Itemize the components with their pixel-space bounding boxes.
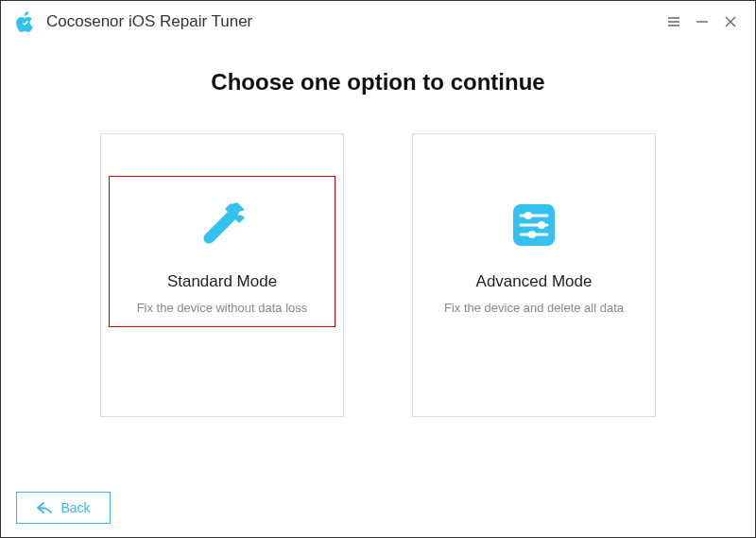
card-description: Fix the device without data loss bbox=[126, 301, 319, 315]
titlebar: Cocosenor iOS Repair Tuner bbox=[1, 1, 755, 43]
app-title: Cocosenor iOS Repair Tuner bbox=[46, 12, 252, 31]
svg-point-5 bbox=[524, 212, 532, 219]
app-window: Cocosenor iOS Repair Tuner Choose one op… bbox=[0, 0, 756, 538]
back-arrow-icon bbox=[36, 501, 53, 514]
svg-point-6 bbox=[538, 221, 545, 229]
card-title: Standard Mode bbox=[167, 272, 277, 291]
sliders-icon bbox=[504, 195, 564, 255]
content-area: Choose one option to continue bbox=[1, 43, 755, 537]
app-logo-icon bbox=[14, 10, 37, 33]
menu-icon[interactable] bbox=[662, 10, 685, 33]
svg-point-7 bbox=[528, 231, 536, 238]
close-icon[interactable] bbox=[719, 10, 742, 33]
footer: Back bbox=[16, 492, 111, 524]
card-title: Advanced Mode bbox=[476, 272, 593, 291]
tools-icon bbox=[192, 195, 252, 255]
minimize-icon[interactable] bbox=[691, 10, 713, 33]
back-button-label: Back bbox=[60, 500, 90, 515]
back-button[interactable]: Back bbox=[16, 492, 111, 524]
mode-cards: Standard Mode Fix the device without dat… bbox=[100, 133, 656, 417]
card-description: Fix the device and delete all data bbox=[433, 301, 635, 315]
page-heading: Choose one option to continue bbox=[211, 69, 544, 95]
standard-mode-card[interactable]: Standard Mode Fix the device without dat… bbox=[100, 133, 344, 417]
advanced-mode-card[interactable]: Advanced Mode Fix the device and delete … bbox=[412, 133, 656, 417]
